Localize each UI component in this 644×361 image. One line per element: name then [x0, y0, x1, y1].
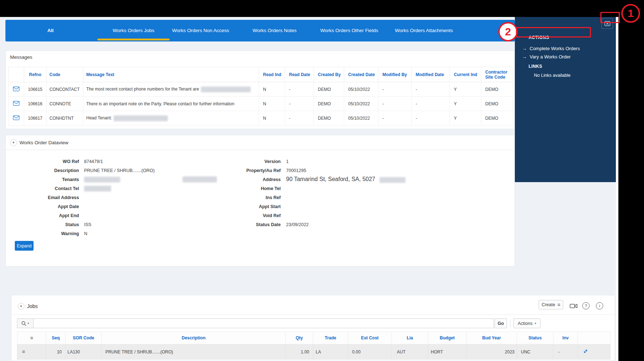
message-contractor-site-code: DEMO	[481, 111, 513, 126]
action-complete-works-orders[interactable]: → Complete Works Orders	[522, 46, 580, 51]
message-contractor-site-code: DEMO	[481, 82, 513, 97]
message-read-ind: N	[259, 97, 285, 111]
messages-col-created-date[interactable]: Created Date	[344, 67, 378, 82]
jobs-col-qty[interactable]: Qty	[286, 332, 313, 344]
field-value-status-date: 23/09/2022	[281, 222, 515, 227]
chevron-down-icon: ▾	[535, 322, 536, 325]
jobs-col-seq[interactable]: Seq	[46, 332, 66, 344]
messages-col-modified-by[interactable]: Modified By	[378, 67, 412, 82]
field-label-appt-end: Appt End	[6, 213, 79, 218]
field-label-description: Description	[6, 168, 79, 173]
message-modified-by: -	[378, 97, 412, 111]
redacted-text	[84, 177, 120, 182]
tab-works-orders-non-access[interactable]: Works Orders Non Access	[172, 20, 229, 41]
message-current-ind: Y	[450, 111, 481, 126]
field-label-status-date: Status Date	[198, 222, 281, 227]
envelope-icon[interactable]	[13, 101, 19, 106]
redacted-text	[201, 87, 251, 92]
expand-row-icon[interactable]	[583, 349, 588, 354]
jobs-col-description[interactable]: Description	[102, 332, 286, 344]
tab-all[interactable]: All	[47, 20, 53, 41]
field-label-home-tel: Home Tel	[198, 186, 281, 191]
messages-col-message-text[interactable]: Message Text	[83, 67, 259, 82]
video-help-icon[interactable]	[570, 302, 578, 309]
jobs-col-lia[interactable]: Lia	[392, 332, 428, 344]
message-code: CONNOTE	[47, 97, 83, 111]
messages-col-current-ind[interactable]: Current Ind	[450, 67, 481, 82]
help-icon[interactable]: ?	[582, 302, 590, 309]
tab-works-orders-other-fields[interactable]: Works Orders Other Fields	[320, 20, 378, 41]
message-read-ind: N	[259, 82, 285, 97]
collapse-region-button[interactable]: ▼	[10, 139, 17, 146]
jobs-col-row-menu[interactable]: ≡	[17, 332, 46, 344]
tab-works-orders-notes[interactable]: Works Orders Notes	[253, 20, 297, 41]
field-label-appt-start: Appt Start	[198, 204, 281, 209]
works-order-tab-bar: All Works Orders Jobs Works Orders Non A…	[5, 20, 515, 41]
message-current-ind: Y	[450, 97, 481, 111]
dock-panel-icon	[604, 21, 610, 26]
message-created-by: DEMO	[314, 97, 344, 111]
job-seq: 10	[46, 344, 66, 360]
message-read-date: -	[285, 111, 314, 126]
actions-heading: ACTIONS	[529, 35, 549, 40]
jobs-col-inv[interactable]: Inv	[553, 332, 578, 344]
message-text: Head Tenant:	[83, 111, 259, 126]
job-status: UNC	[517, 344, 553, 360]
jobs-col-trade[interactable]: Trade	[313, 332, 348, 344]
tab-works-orders-attachments[interactable]: Works Orders Attachments	[395, 20, 453, 41]
info-icon[interactable]: i	[596, 302, 604, 309]
jobs-col-status[interactable]: Status	[517, 332, 553, 344]
message-modified-date: -	[412, 97, 450, 111]
active-tab-underline	[97, 39, 170, 40]
field-label-version: Version	[198, 159, 281, 164]
dataview-fields: WO Ref 874479/1 Version 1 Description PR…	[6, 157, 515, 238]
search-input[interactable]	[34, 318, 494, 328]
menu-icon: ≡	[30, 335, 33, 341]
field-label-warning: Warning	[6, 231, 79, 236]
messages-col-code[interactable]: Code	[47, 67, 83, 82]
messages-col-created-by[interactable]: Created By	[314, 67, 344, 82]
jobs-col-budget[interactable]: Budget	[428, 332, 466, 344]
envelope-icon[interactable]	[13, 87, 19, 91]
job-qty: 1.00	[286, 344, 313, 360]
field-value-contact-tel	[79, 186, 198, 191]
panel-collapse-button[interactable]	[601, 18, 613, 29]
messages-region: Messages Refno Code Message Text Read In…	[5, 50, 515, 129]
jobs-table: ≡ Seq SOR Code Description Qty Trade Est…	[17, 331, 610, 360]
job-trade: LA	[313, 344, 348, 360]
message-code: CONCONTACT	[47, 82, 83, 97]
message-row: 106615 CONCONTACT The most recent contac…	[9, 82, 513, 97]
message-contractor-site-code: DEMO	[481, 97, 513, 111]
envelope-icon[interactable]	[13, 115, 19, 120]
message-row: 106616 CONNOTE There is an important not…	[9, 97, 513, 111]
field-label-email-address: Email Address	[6, 195, 79, 200]
field-label-ins-ref: Ins Ref	[198, 195, 281, 200]
message-created-by: DEMO	[314, 111, 344, 126]
search-column-select-button[interactable]: ▾	[17, 318, 34, 328]
messages-col-refno[interactable]: Refno	[24, 67, 47, 82]
jobs-col-sor-code[interactable]: SOR Code	[66, 332, 102, 344]
row-menu-icon[interactable]: ≡	[22, 349, 25, 355]
create-button[interactable]: Create≡	[539, 300, 563, 309]
message-code: CONHDTNT	[47, 111, 83, 126]
collapse-region-button[interactable]: ▼	[18, 303, 25, 310]
messages-col-contractor-site-code[interactable]: Contractor Site Code	[481, 67, 513, 82]
tab-works-orders-jobs[interactable]: Works Orders Jobs	[113, 20, 154, 41]
actions-button[interactable]: Actions▾	[513, 318, 540, 328]
action-vary-a-works-order[interactable]: → Vary a Works Order	[522, 54, 571, 60]
job-bud-year: 2023	[466, 344, 517, 360]
messages-col-modified-date[interactable]: Modified Date	[412, 67, 450, 82]
jobs-col-est-cost[interactable]: Est Cost	[348, 332, 392, 344]
message-read-date: -	[285, 82, 314, 97]
field-label-contact-tel: Contact Tel	[6, 186, 79, 191]
message-read-date: -	[285, 97, 314, 111]
job-sor-code: LA130	[66, 344, 102, 360]
messages-col-read-date[interactable]: Read Date	[285, 67, 314, 82]
jobs-region: ▼ Jobs Create≡ ? i ▾ Go Actions▾ ≡ Seq S…	[11, 295, 615, 361]
expand-button[interactable]: Expand	[15, 241, 34, 251]
jobs-col-bud-year[interactable]: Bud Year	[466, 332, 517, 344]
redacted-text	[380, 177, 406, 183]
messages-col-read-ind[interactable]: Read Ind	[259, 67, 285, 82]
go-button[interactable]: Go	[495, 318, 507, 328]
field-label-appt-date: Appt Date	[6, 204, 79, 209]
